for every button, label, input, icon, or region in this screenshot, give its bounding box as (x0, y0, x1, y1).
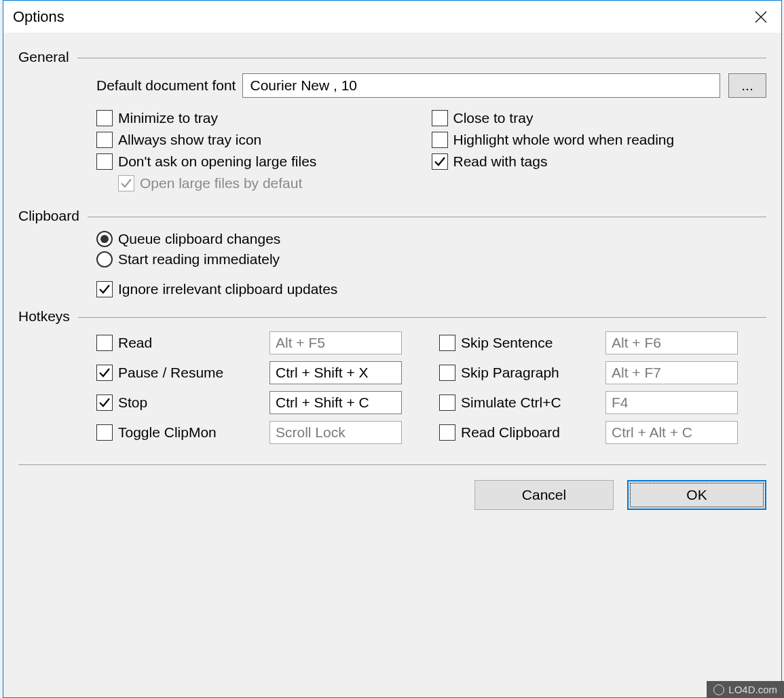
hk-toggle-clipmon-check[interactable] (96, 424, 113, 441)
hk-skip-sentence-label: Skip Sentence (461, 335, 553, 351)
hk-stop-input[interactable] (269, 391, 402, 414)
check-ignore-irrelevant: Ignore irrelevant clipboard updates (96, 281, 766, 297)
general-right-col: Close to tray Highlight whole word when … (432, 110, 767, 197)
hotkeys-body: Read Skip Sentence Pause / Resume (96, 331, 766, 444)
hk-read-clipboard-check[interactable] (439, 424, 455, 441)
hk-read-clipboard-label: Read Clipboard (461, 424, 560, 441)
ok-button[interactable]: OK (627, 480, 766, 510)
check-minimize-tray-box[interactable] (96, 110, 113, 126)
check-open-large-default: Open large files by defaut (118, 175, 432, 191)
hk-pause-resume-label: Pause / Resume (118, 365, 223, 381)
hk-simulate-ctrlc: Simulate Ctrl+C (439, 394, 605, 411)
hk-skip-sentence: Skip Sentence (439, 335, 605, 351)
check-dont-ask-large: Don't ask on opening large files (96, 153, 432, 170)
hk-read: Read (96, 335, 269, 351)
check-minimize-tray: Minimize to tray (96, 110, 432, 126)
hk-read-input[interactable] (269, 331, 402, 354)
hk-stop-check[interactable] (96, 394, 113, 411)
hk-pause-resume-input[interactable] (269, 361, 402, 384)
check-open-large-default-box (118, 175, 134, 191)
font-input[interactable] (242, 73, 720, 98)
check-highlight-word-box[interactable] (432, 132, 448, 148)
radio-queue-changes-label: Queue clipboard changes (118, 231, 280, 247)
check-ignore-irrelevant-box[interactable] (96, 281, 113, 297)
general-body: Default document font ... Minimize to tr… (96, 73, 766, 197)
group-general-label: General (18, 49, 77, 65)
hk-skip-sentence-check[interactable] (439, 335, 455, 351)
divider (88, 217, 766, 217)
hk-pause-resume-check[interactable] (96, 365, 113, 381)
hk-simulate-ctrlc-check[interactable] (439, 394, 455, 411)
check-read-tags-box[interactable] (432, 153, 448, 170)
check-show-tray-icon: Allways show tray icon (96, 132, 432, 148)
radio-start-reading: Start reading immediately (96, 251, 766, 268)
group-hotkeys: Hotkeys (18, 308, 766, 325)
check-highlight-word-label: Highlight whole word when reading (453, 132, 675, 148)
radio-queue-changes: Queue clipboard changes (96, 231, 766, 247)
content-area: General Default document font ... Minimi… (3, 33, 781, 510)
font-label: Default document font (96, 77, 236, 94)
watermark: LO4D.com (707, 681, 784, 698)
hk-stop: Stop (96, 394, 269, 411)
divider (78, 317, 766, 318)
hk-read-label: Read (118, 335, 152, 351)
group-clipboard: Clipboard (18, 208, 766, 224)
hk-toggle-clipmon: Toggle ClipMon (96, 424, 269, 441)
check-open-large-default-label: Open large files by defaut (140, 175, 302, 191)
check-dont-ask-large-box[interactable] (96, 153, 113, 170)
hk-read-clipboard-input[interactable] (605, 421, 738, 444)
hk-toggle-clipmon-input[interactable] (269, 421, 402, 444)
hk-skip-sentence-input[interactable] (605, 331, 738, 354)
close-icon (755, 11, 767, 23)
hk-simulate-ctrlc-input[interactable] (605, 391, 738, 414)
hk-simulate-ctrlc-label: Simulate Ctrl+C (461, 394, 561, 411)
check-show-tray-icon-box[interactable] (96, 132, 113, 148)
hk-skip-paragraph-check[interactable] (439, 365, 455, 381)
watermark-text: LO4D.com (728, 684, 777, 695)
hotkeys-grid: Read Skip Sentence Pause / Resume (96, 331, 766, 444)
hk-stop-label: Stop (118, 394, 147, 411)
hk-read-clipboard: Read Clipboard (439, 424, 605, 441)
hk-skip-paragraph: Skip Paragraph (439, 365, 605, 381)
font-row: Default document font ... (96, 73, 766, 98)
radio-queue-changes-btn[interactable] (96, 231, 113, 247)
group-hotkeys-label: Hotkeys (18, 308, 78, 325)
check-close-tray-label: Close to tray (453, 110, 534, 126)
check-close-tray: Close to tray (432, 110, 767, 126)
hk-pause-resume: Pause / Resume (96, 365, 269, 381)
hk-toggle-clipmon-label: Toggle ClipMon (118, 424, 217, 441)
check-close-tray-box[interactable] (432, 110, 448, 126)
hk-skip-paragraph-label: Skip Paragraph (461, 365, 559, 381)
options-window: Options General Default document font ..… (3, 0, 782, 698)
check-minimize-tray-label: Minimize to tray (118, 110, 218, 126)
hk-skip-paragraph-input[interactable] (605, 361, 738, 384)
globe-icon (713, 684, 724, 695)
general-left-col: Minimize to tray Allways show tray icon … (96, 110, 432, 197)
radio-start-reading-btn[interactable] (96, 251, 113, 268)
check-read-tags: Read with tags (432, 153, 767, 170)
cancel-button[interactable]: Cancel (474, 480, 614, 510)
general-columns: Minimize to tray Allways show tray icon … (96, 110, 766, 197)
clipboard-body: Queue clipboard changes Start reading im… (96, 231, 766, 297)
check-show-tray-icon-label: Allways show tray icon (118, 132, 261, 148)
window-title: Options (13, 8, 64, 26)
check-dont-ask-large-label: Don't ask on opening large files (118, 153, 316, 170)
browse-font-button[interactable]: ... (728, 73, 766, 98)
titlebar: Options (3, 1, 781, 33)
hk-read-check[interactable] (96, 335, 113, 351)
check-read-tags-label: Read with tags (453, 153, 548, 170)
check-ignore-irrelevant-label: Ignore irrelevant clipboard updates (118, 281, 337, 297)
group-general: General (18, 49, 766, 65)
check-highlight-word: Highlight whole word when reading (432, 132, 767, 148)
radio-start-reading-label: Start reading immediately (118, 251, 280, 268)
divider (77, 58, 766, 58)
group-clipboard-label: Clipboard (18, 208, 88, 224)
footer: Cancel OK (18, 464, 766, 510)
close-button[interactable] (741, 1, 781, 33)
